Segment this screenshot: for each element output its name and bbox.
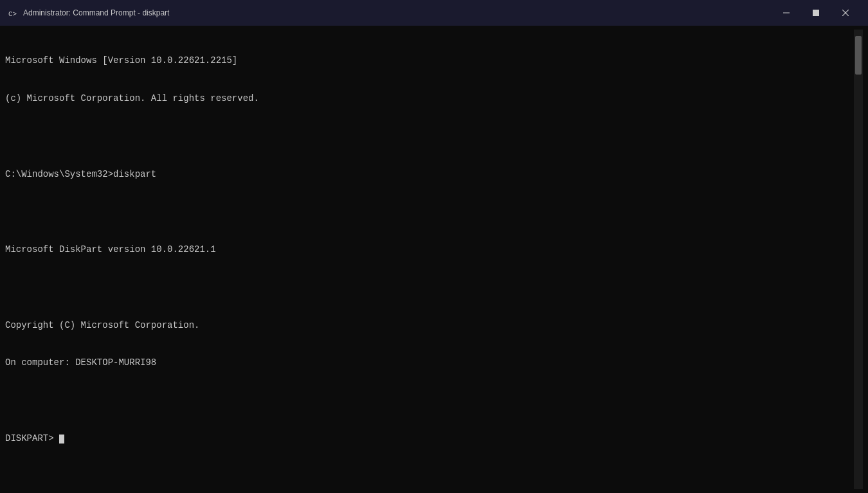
terminal-scrollbar[interactable]: [854, 30, 863, 489]
terminal-content: Microsoft Windows [Version 10.0.22621.22…: [5, 30, 854, 489]
terminal-line-8: Copyright (C) Microsoft Corporation.: [5, 319, 854, 332]
minimize-button[interactable]: [772, 0, 801, 26]
terminal-line-3: [5, 130, 854, 143]
svg-rect-2: [783, 13, 790, 13]
titlebar-title: Administrator: Command Prompt - diskpart: [23, 8, 169, 17]
terminal-line-5: [5, 206, 854, 219]
terminal-line-6: Microsoft DiskPart version 10.0.22621.1: [5, 244, 854, 256]
cmd-window: C> Administrator: Command Prompt - diskp…: [0, 0, 868, 493]
terminal-line-1: Microsoft Windows [Version 10.0.22621.22…: [5, 55, 854, 67]
terminal-body[interactable]: Microsoft Windows [Version 10.0.22621.22…: [0, 26, 868, 493]
maximize-button[interactable]: [801, 0, 831, 26]
terminal-line-10: [5, 395, 854, 408]
titlebar-controls: [772, 0, 860, 26]
terminal-scrollbar-thumb[interactable]: [855, 36, 862, 75]
terminal-line-9: On computer: DESKTOP-MURRI98: [5, 357, 854, 370]
cmd-icon: C>: [8, 8, 18, 18]
terminal-prompt: DISKPART>: [5, 433, 59, 444]
terminal-prompt-line: DISKPART>: [5, 433, 854, 445]
terminal-line-4: C:\Windows\System32>diskpart: [5, 168, 854, 181]
titlebar: C> Administrator: Command Prompt - diskp…: [0, 0, 868, 26]
terminal-line-2: (c) Microsoft Corporation. All rights re…: [5, 93, 854, 105]
close-button[interactable]: [831, 0, 860, 26]
svg-text:C>: C>: [8, 10, 17, 18]
titlebar-left: C> Administrator: Command Prompt - diskp…: [8, 8, 169, 18]
terminal-cursor: [59, 435, 64, 444]
terminal-line-7: [5, 282, 854, 294]
svg-rect-3: [813, 10, 819, 16]
